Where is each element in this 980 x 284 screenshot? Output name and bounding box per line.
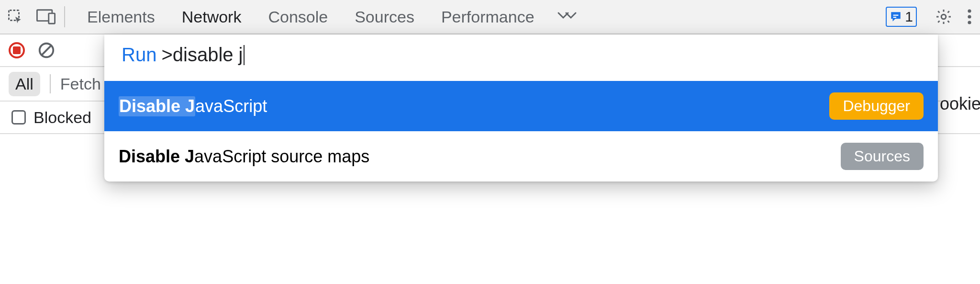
filter-input[interactable]: [9, 75, 66, 93]
tab-console[interactable]: Console: [255, 0, 341, 34]
text-caret: [244, 45, 245, 65]
device-toolbar-icon[interactable]: [31, 3, 61, 30]
blocked-checkbox[interactable]: [11, 110, 26, 125]
command-item-label: Disable JavaScript: [119, 96, 267, 116]
cookies-text-fragment: ookie: [940, 94, 980, 114]
svg-line-10: [41, 45, 52, 56]
inspect-element-icon[interactable]: [0, 3, 31, 30]
more-tabs-icon[interactable]: [548, 10, 586, 23]
command-item-badge: Debugger: [829, 92, 924, 120]
svg-point-5: [941, 14, 946, 19]
svg-point-7: [968, 15, 971, 18]
devtools-tabstrip: Elements Network Console Sources Perform…: [0, 0, 980, 34]
issues-button[interactable]: 1: [886, 7, 917, 27]
command-query: >disable j: [161, 44, 243, 66]
svg-rect-2: [49, 13, 55, 23]
command-item-label: Disable JavaScript source maps: [119, 147, 369, 167]
svg-rect-3: [893, 15, 899, 16]
command-item-badge: Sources: [841, 143, 924, 170]
command-item[interactable]: Disable JavaScript source mapsSources: [104, 131, 938, 182]
issues-count: 1: [905, 9, 913, 25]
tab-sources[interactable]: Sources: [341, 0, 428, 34]
tab-network[interactable]: Network: [168, 0, 255, 34]
svg-rect-4: [893, 17, 897, 18]
svg-point-8: [968, 21, 971, 24]
more-menu-icon[interactable]: [959, 3, 980, 30]
clear-icon[interactable]: [37, 41, 56, 59]
divider: [64, 6, 65, 27]
settings-icon[interactable]: [928, 3, 959, 30]
command-prefix: Run: [122, 44, 156, 66]
tab-performance[interactable]: Performance: [428, 0, 548, 34]
command-input-row[interactable]: Run >disable j: [104, 34, 938, 81]
command-menu: Run >disable j Disable JavaScriptDebugge…: [104, 34, 938, 182]
tab-elements[interactable]: Elements: [74, 0, 168, 34]
record-button[interactable]: [9, 42, 25, 58]
chat-icon: [890, 11, 902, 23]
svg-point-6: [968, 9, 971, 12]
blocked-label: Blocked: [33, 108, 91, 127]
command-item[interactable]: Disable JavaScriptDebugger: [104, 81, 938, 131]
